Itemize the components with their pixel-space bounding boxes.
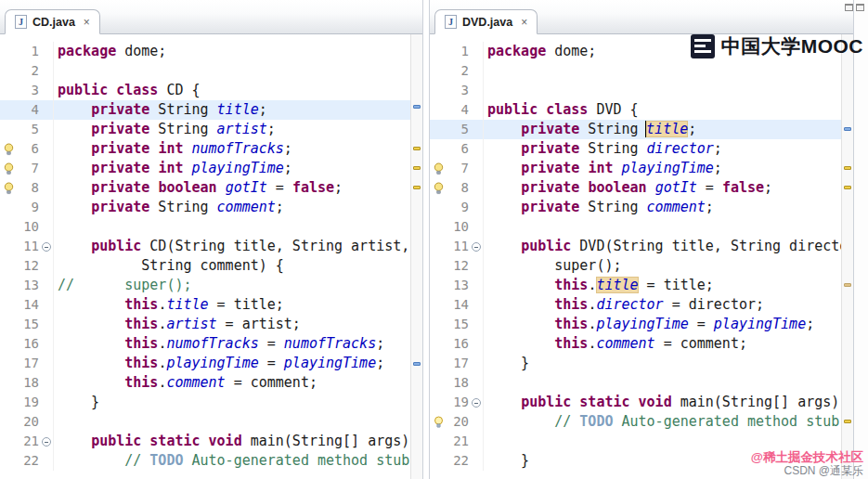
code-line[interactable]: 15 this.artist = artist; bbox=[0, 315, 410, 334]
code-line[interactable]: 9 private String comment; bbox=[0, 198, 410, 217]
code-text: private int playingTime; bbox=[484, 159, 841, 178]
gutter-spacer bbox=[430, 139, 447, 159]
bulb-icon[interactable] bbox=[430, 412, 447, 432]
code-line[interactable]: 16 this.comment = comment; bbox=[430, 334, 841, 354]
code-line[interactable]: 21 bbox=[430, 432, 841, 451]
gutter-spacer bbox=[430, 217, 447, 237]
code-line[interactable]: 1package dome; bbox=[0, 42, 410, 61]
overview-marker-warn[interactable] bbox=[413, 166, 421, 170]
code-text: public CD(String title, String artist, bbox=[54, 237, 410, 256]
code-text bbox=[484, 373, 841, 393]
overview-marker-warn[interactable] bbox=[844, 186, 851, 189]
maximize-icon[interactable] bbox=[856, 4, 864, 11]
overview-marker-warn[interactable] bbox=[413, 186, 421, 189]
code-line[interactable]: 6 private String director; bbox=[430, 139, 841, 159]
code-line[interactable]: 6 private int numofTracks; bbox=[0, 139, 410, 159]
line-number: 10 bbox=[447, 217, 469, 237]
code-line[interactable]: 4public class DVD { bbox=[430, 100, 841, 120]
code-line[interactable]: 8 private boolean gotIt = false; bbox=[0, 178, 410, 198]
fold-collapse-icon[interactable] bbox=[42, 242, 51, 252]
overview-marker-info[interactable] bbox=[413, 105, 421, 109]
right-editor-pane: J DVD.java × 1package dome;234public cla… bbox=[429, 0, 854, 479]
warning-icon[interactable] bbox=[0, 139, 17, 159]
code-line[interactable]: 7 private int playingTime; bbox=[0, 159, 410, 178]
close-tab-icon[interactable]: × bbox=[84, 16, 90, 29]
fold-column bbox=[469, 315, 484, 334]
line-number: 7 bbox=[17, 159, 39, 178]
code-line[interactable]: 3 bbox=[430, 81, 841, 100]
tab-dvd-java[interactable]: J DVD.java × bbox=[434, 9, 538, 34]
code-line[interactable]: 19 } bbox=[0, 393, 410, 412]
gutter-spacer bbox=[430, 61, 447, 81]
line-number: 11 bbox=[17, 237, 39, 256]
code-line[interactable]: 19 public static void main(String[] args… bbox=[430, 393, 841, 412]
code-line[interactable]: 22 // TODO Auto-generated method stub bbox=[0, 451, 410, 471]
fold-column bbox=[469, 139, 484, 159]
line-number: 20 bbox=[447, 412, 469, 432]
code-line[interactable]: 15 this.playingTime = playingTime; bbox=[430, 315, 841, 334]
left-tab-bar: J CD.java × bbox=[0, 0, 422, 34]
code-line[interactable]: 20 // TODO Auto-generated method stub bbox=[430, 412, 841, 432]
code-line[interactable]: 5 private String artist; bbox=[0, 120, 410, 139]
code-line[interactable]: 14 this.director = director; bbox=[430, 295, 841, 315]
line-number: 2 bbox=[447, 61, 469, 81]
gutter-spacer bbox=[430, 295, 447, 315]
code-editor-dvd[interactable]: 1package dome;234public class DVD {5 pri… bbox=[430, 34, 841, 479]
overview-marker-occ[interactable] bbox=[844, 283, 851, 287]
close-tab-icon[interactable]: × bbox=[521, 16, 527, 29]
gutter-spacer bbox=[0, 373, 17, 393]
code-line[interactable]: 16 this.numofTracks = numofTracks; bbox=[0, 334, 410, 354]
overview-ruler[interactable] bbox=[410, 34, 422, 479]
fold-collapse-icon[interactable] bbox=[42, 437, 51, 447]
code-line[interactable]: 5 private String title; bbox=[430, 120, 841, 139]
minimize-icon[interactable] bbox=[845, 4, 853, 11]
code-line[interactable]: 10 bbox=[430, 217, 841, 237]
warning-icon[interactable] bbox=[0, 159, 17, 178]
overview-marker-warn[interactable] bbox=[413, 147, 421, 150]
code-line[interactable]: 20 bbox=[0, 412, 410, 432]
code-line[interactable]: 9 private String comment; bbox=[430, 198, 841, 217]
code-line[interactable]: 11 public DVD(String title, String direc… bbox=[430, 237, 841, 256]
overview-marker-info[interactable] bbox=[413, 362, 421, 366]
juejin-watermark-text: @稀土掘金技术社区 bbox=[751, 450, 863, 464]
warning-icon[interactable] bbox=[0, 178, 17, 198]
overview-marker-warn[interactable] bbox=[844, 166, 851, 170]
fold-column bbox=[469, 256, 484, 276]
tab-cd-java[interactable]: J CD.java × bbox=[5, 9, 100, 34]
warning-icon[interactable] bbox=[430, 178, 447, 198]
code-line[interactable]: 2 bbox=[0, 61, 410, 81]
code-line[interactable]: 21 public static void main(String[] args… bbox=[0, 432, 410, 451]
code-line[interactable]: 17 this.playingTime = playingTime; bbox=[0, 354, 410, 373]
code-line[interactable]: 17 } bbox=[430, 354, 841, 373]
gutter-spacer bbox=[430, 198, 447, 217]
code-text: } bbox=[484, 354, 841, 373]
code-line[interactable]: 11 public CD(String title, String artist… bbox=[0, 237, 410, 256]
code-line[interactable]: 18 bbox=[430, 373, 841, 393]
code-text: public static void main(String[] args) { bbox=[484, 393, 841, 412]
fold-collapse-icon[interactable] bbox=[472, 398, 481, 408]
code-editor-cd[interactable]: 1package dome;23public class CD {4 priva… bbox=[0, 34, 410, 479]
code-line[interactable]: 13// super(); bbox=[0, 276, 410, 295]
overview-marker-info[interactable] bbox=[844, 127, 851, 131]
overview-marker-warn[interactable] bbox=[844, 420, 851, 423]
gutter-spacer bbox=[430, 237, 447, 256]
fold-column bbox=[469, 237, 484, 256]
code-line[interactable]: 12 super(); bbox=[430, 256, 841, 276]
fold-collapse-icon[interactable] bbox=[472, 242, 481, 252]
overview-ruler[interactable] bbox=[841, 34, 853, 479]
code-text bbox=[484, 81, 841, 100]
code-line[interactable]: 3public class CD { bbox=[0, 81, 410, 100]
code-text: this.comment = comment; bbox=[484, 334, 841, 354]
code-text bbox=[54, 412, 410, 432]
code-line[interactable]: 18 this.comment = comment; bbox=[0, 373, 410, 393]
code-line[interactable]: 8 private boolean gotIt = false; bbox=[430, 178, 841, 198]
code-line[interactable]: 12 String comment) { bbox=[0, 256, 410, 276]
code-line[interactable]: 13 this.title = title; bbox=[430, 276, 841, 295]
warning-icon[interactable] bbox=[430, 159, 447, 178]
code-line[interactable]: 2 bbox=[430, 61, 841, 81]
code-line[interactable]: 7 private int playingTime; bbox=[430, 159, 841, 178]
fold-column bbox=[39, 198, 54, 217]
code-line[interactable]: 10 bbox=[0, 217, 410, 237]
code-line[interactable]: 14 this.title = title; bbox=[0, 295, 410, 315]
code-line[interactable]: 4 private String title; bbox=[0, 100, 410, 120]
